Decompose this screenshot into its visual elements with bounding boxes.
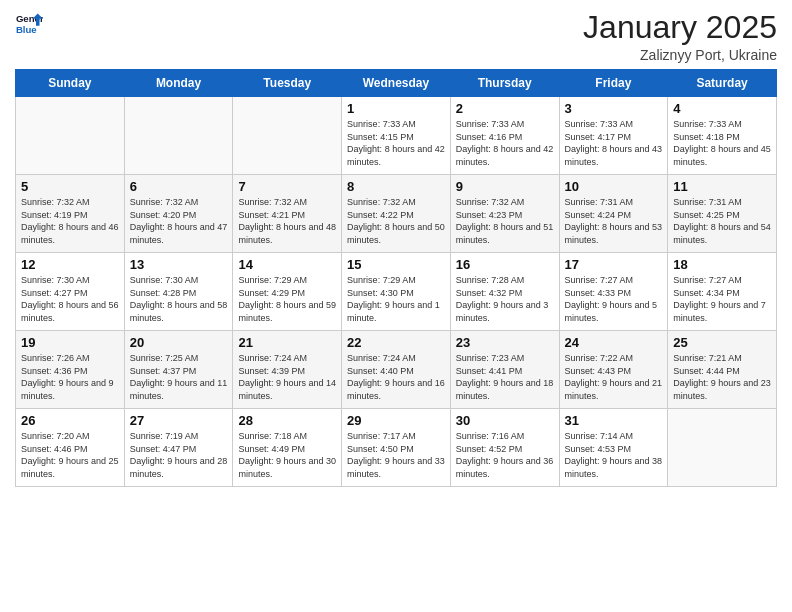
calendar-cell — [16, 97, 125, 175]
header-wednesday: Wednesday — [342, 70, 451, 97]
calendar-cell: 12Sunrise: 7:30 AM Sunset: 4:27 PM Dayli… — [16, 253, 125, 331]
header-saturday: Saturday — [668, 70, 777, 97]
day-info: Sunrise: 7:21 AM Sunset: 4:44 PM Dayligh… — [673, 352, 771, 402]
calendar-cell: 25Sunrise: 7:21 AM Sunset: 4:44 PM Dayli… — [668, 331, 777, 409]
day-number: 11 — [673, 179, 771, 194]
day-number: 29 — [347, 413, 445, 428]
day-info: Sunrise: 7:20 AM Sunset: 4:46 PM Dayligh… — [21, 430, 119, 480]
calendar-cell: 6Sunrise: 7:32 AM Sunset: 4:20 PM Daylig… — [124, 175, 233, 253]
calendar-cell: 15Sunrise: 7:29 AM Sunset: 4:30 PM Dayli… — [342, 253, 451, 331]
logo: General Blue — [15, 10, 43, 38]
day-number: 1 — [347, 101, 445, 116]
day-info: Sunrise: 7:17 AM Sunset: 4:50 PM Dayligh… — [347, 430, 445, 480]
day-number: 15 — [347, 257, 445, 272]
day-info: Sunrise: 7:27 AM Sunset: 4:34 PM Dayligh… — [673, 274, 771, 324]
page-container: General Blue January 2025 Zaliznyy Port,… — [0, 0, 792, 497]
day-info: Sunrise: 7:29 AM Sunset: 4:29 PM Dayligh… — [238, 274, 336, 324]
day-info: Sunrise: 7:19 AM Sunset: 4:47 PM Dayligh… — [130, 430, 228, 480]
day-info: Sunrise: 7:14 AM Sunset: 4:53 PM Dayligh… — [565, 430, 663, 480]
title-block: January 2025 Zaliznyy Port, Ukraine — [583, 10, 777, 63]
calendar-cell: 29Sunrise: 7:17 AM Sunset: 4:50 PM Dayli… — [342, 409, 451, 487]
svg-text:Blue: Blue — [16, 24, 37, 35]
calendar-cell: 1Sunrise: 7:33 AM Sunset: 4:15 PM Daylig… — [342, 97, 451, 175]
day-number: 10 — [565, 179, 663, 194]
day-info: Sunrise: 7:28 AM Sunset: 4:32 PM Dayligh… — [456, 274, 554, 324]
calendar-cell: 30Sunrise: 7:16 AM Sunset: 4:52 PM Dayli… — [450, 409, 559, 487]
calendar-cell: 19Sunrise: 7:26 AM Sunset: 4:36 PM Dayli… — [16, 331, 125, 409]
calendar-week-2: 5Sunrise: 7:32 AM Sunset: 4:19 PM Daylig… — [16, 175, 777, 253]
day-info: Sunrise: 7:24 AM Sunset: 4:40 PM Dayligh… — [347, 352, 445, 402]
day-info: Sunrise: 7:23 AM Sunset: 4:41 PM Dayligh… — [456, 352, 554, 402]
calendar-cell: 9Sunrise: 7:32 AM Sunset: 4:23 PM Daylig… — [450, 175, 559, 253]
day-info: Sunrise: 7:25 AM Sunset: 4:37 PM Dayligh… — [130, 352, 228, 402]
calendar-cell: 10Sunrise: 7:31 AM Sunset: 4:24 PM Dayli… — [559, 175, 668, 253]
day-number: 9 — [456, 179, 554, 194]
day-number: 19 — [21, 335, 119, 350]
calendar-cell: 8Sunrise: 7:32 AM Sunset: 4:22 PM Daylig… — [342, 175, 451, 253]
calendar-cell: 4Sunrise: 7:33 AM Sunset: 4:18 PM Daylig… — [668, 97, 777, 175]
day-info: Sunrise: 7:32 AM Sunset: 4:19 PM Dayligh… — [21, 196, 119, 246]
day-number: 21 — [238, 335, 336, 350]
header-monday: Monday — [124, 70, 233, 97]
day-number: 30 — [456, 413, 554, 428]
day-info: Sunrise: 7:31 AM Sunset: 4:25 PM Dayligh… — [673, 196, 771, 246]
day-info: Sunrise: 7:29 AM Sunset: 4:30 PM Dayligh… — [347, 274, 445, 324]
calendar-cell: 13Sunrise: 7:30 AM Sunset: 4:28 PM Dayli… — [124, 253, 233, 331]
day-number: 18 — [673, 257, 771, 272]
calendar-cell: 16Sunrise: 7:28 AM Sunset: 4:32 PM Dayli… — [450, 253, 559, 331]
day-number: 22 — [347, 335, 445, 350]
calendar-cell: 11Sunrise: 7:31 AM Sunset: 4:25 PM Dayli… — [668, 175, 777, 253]
day-number: 12 — [21, 257, 119, 272]
calendar-week-5: 26Sunrise: 7:20 AM Sunset: 4:46 PM Dayli… — [16, 409, 777, 487]
subtitle: Zaliznyy Port, Ukraine — [583, 47, 777, 63]
day-number: 27 — [130, 413, 228, 428]
day-info: Sunrise: 7:33 AM Sunset: 4:16 PM Dayligh… — [456, 118, 554, 168]
day-number: 14 — [238, 257, 336, 272]
day-number: 28 — [238, 413, 336, 428]
calendar-cell: 2Sunrise: 7:33 AM Sunset: 4:16 PM Daylig… — [450, 97, 559, 175]
day-number: 17 — [565, 257, 663, 272]
calendar-cell: 23Sunrise: 7:23 AM Sunset: 4:41 PM Dayli… — [450, 331, 559, 409]
day-info: Sunrise: 7:33 AM Sunset: 4:15 PM Dayligh… — [347, 118, 445, 168]
header-row: General Blue January 2025 Zaliznyy Port,… — [15, 10, 777, 63]
day-info: Sunrise: 7:32 AM Sunset: 4:22 PM Dayligh… — [347, 196, 445, 246]
calendar-cell: 18Sunrise: 7:27 AM Sunset: 4:34 PM Dayli… — [668, 253, 777, 331]
day-number: 31 — [565, 413, 663, 428]
calendar-cell: 7Sunrise: 7:32 AM Sunset: 4:21 PM Daylig… — [233, 175, 342, 253]
header-row-days: Sunday Monday Tuesday Wednesday Thursday… — [16, 70, 777, 97]
day-number: 8 — [347, 179, 445, 194]
day-number: 13 — [130, 257, 228, 272]
calendar-cell: 14Sunrise: 7:29 AM Sunset: 4:29 PM Dayli… — [233, 253, 342, 331]
header-tuesday: Tuesday — [233, 70, 342, 97]
day-info: Sunrise: 7:26 AM Sunset: 4:36 PM Dayligh… — [21, 352, 119, 402]
day-info: Sunrise: 7:32 AM Sunset: 4:23 PM Dayligh… — [456, 196, 554, 246]
day-info: Sunrise: 7:22 AM Sunset: 4:43 PM Dayligh… — [565, 352, 663, 402]
calendar-cell: 26Sunrise: 7:20 AM Sunset: 4:46 PM Dayli… — [16, 409, 125, 487]
calendar-cell: 17Sunrise: 7:27 AM Sunset: 4:33 PM Dayli… — [559, 253, 668, 331]
header-thursday: Thursday — [450, 70, 559, 97]
day-info: Sunrise: 7:24 AM Sunset: 4:39 PM Dayligh… — [238, 352, 336, 402]
day-number: 24 — [565, 335, 663, 350]
day-info: Sunrise: 7:30 AM Sunset: 4:27 PM Dayligh… — [21, 274, 119, 324]
day-info: Sunrise: 7:27 AM Sunset: 4:33 PM Dayligh… — [565, 274, 663, 324]
calendar-cell: 3Sunrise: 7:33 AM Sunset: 4:17 PM Daylig… — [559, 97, 668, 175]
calendar-cell: 22Sunrise: 7:24 AM Sunset: 4:40 PM Dayli… — [342, 331, 451, 409]
calendar-cell: 28Sunrise: 7:18 AM Sunset: 4:49 PM Dayli… — [233, 409, 342, 487]
calendar-cell: 21Sunrise: 7:24 AM Sunset: 4:39 PM Dayli… — [233, 331, 342, 409]
calendar-header: Sunday Monday Tuesday Wednesday Thursday… — [16, 70, 777, 97]
day-info: Sunrise: 7:30 AM Sunset: 4:28 PM Dayligh… — [130, 274, 228, 324]
calendar-cell: 31Sunrise: 7:14 AM Sunset: 4:53 PM Dayli… — [559, 409, 668, 487]
calendar-week-4: 19Sunrise: 7:26 AM Sunset: 4:36 PM Dayli… — [16, 331, 777, 409]
day-info: Sunrise: 7:32 AM Sunset: 4:21 PM Dayligh… — [238, 196, 336, 246]
day-info: Sunrise: 7:31 AM Sunset: 4:24 PM Dayligh… — [565, 196, 663, 246]
day-number: 6 — [130, 179, 228, 194]
day-number: 20 — [130, 335, 228, 350]
calendar-cell — [124, 97, 233, 175]
day-number: 2 — [456, 101, 554, 116]
logo-icon: General Blue — [15, 10, 43, 38]
day-info: Sunrise: 7:33 AM Sunset: 4:18 PM Dayligh… — [673, 118, 771, 168]
day-number: 23 — [456, 335, 554, 350]
calendar-cell: 27Sunrise: 7:19 AM Sunset: 4:47 PM Dayli… — [124, 409, 233, 487]
calendar-cell — [668, 409, 777, 487]
calendar-cell — [233, 97, 342, 175]
